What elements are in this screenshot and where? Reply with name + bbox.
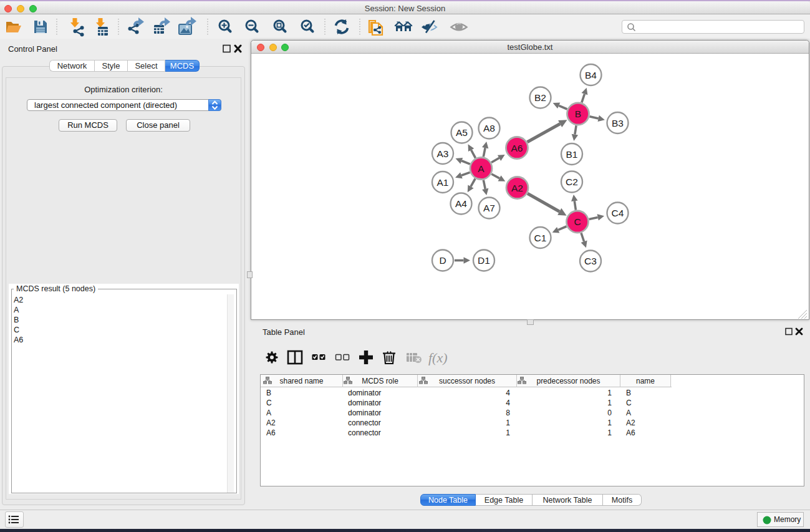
svg-text:A5: A5: [456, 127, 468, 138]
svg-text:A2: A2: [626, 418, 635, 427]
svg-text:B: B: [575, 109, 581, 119]
svg-text:8: 8: [506, 409, 510, 417]
svg-text:C: C: [574, 216, 581, 227]
svg-text:B3: B3: [612, 118, 624, 128]
svg-text:B: B: [266, 389, 271, 397]
svg-text:C1: C1: [534, 233, 547, 243]
svg-text:1: 1: [607, 428, 612, 437]
svg-text:0: 0: [607, 409, 612, 417]
svg-text:1: 1: [607, 389, 612, 397]
svg-text:C4: C4: [612, 208, 624, 218]
svg-text:B: B: [626, 389, 631, 397]
svg-text:A3: A3: [437, 148, 449, 159]
svg-text:C: C: [626, 399, 632, 407]
svg-text:1: 1: [506, 428, 510, 437]
svg-text:dominator: dominator: [348, 409, 381, 417]
svg-text:A6: A6: [626, 428, 635, 437]
svg-text:A6: A6: [511, 143, 523, 153]
svg-text:A6: A6: [266, 428, 276, 437]
svg-text:dominator: dominator: [348, 389, 381, 397]
svg-text:A7: A7: [483, 203, 495, 213]
svg-text:A: A: [626, 409, 631, 417]
svg-text:B4: B4: [585, 70, 597, 80]
svg-text:dominator: dominator: [348, 399, 381, 407]
svg-text:B1: B1: [566, 149, 578, 160]
svg-text:A: A: [266, 409, 271, 417]
svg-text:A2: A2: [511, 183, 523, 193]
svg-text:4: 4: [506, 399, 510, 407]
svg-text:4: 4: [506, 389, 510, 397]
svg-text:D1: D1: [478, 255, 490, 266]
svg-text:connector: connector: [348, 428, 381, 437]
svg-text:C2: C2: [566, 177, 578, 187]
svg-text:A4: A4: [455, 198, 467, 209]
svg-text:f(x): f(x): [428, 350, 448, 365]
svg-text:1: 1: [506, 418, 510, 427]
svg-text:B2: B2: [534, 92, 546, 103]
svg-text:1: 1: [607, 399, 612, 407]
svg-text:C: C: [266, 399, 272, 407]
svg-text:A8: A8: [483, 123, 495, 133]
svg-text:1: 1: [607, 418, 612, 427]
svg-text:connector: connector: [348, 418, 381, 427]
svg-text:A: A: [478, 163, 485, 174]
svg-text:A2: A2: [266, 418, 276, 427]
svg-text:D: D: [439, 255, 446, 266]
svg-text:C3: C3: [584, 256, 597, 266]
svg-text:A1: A1: [437, 177, 449, 188]
